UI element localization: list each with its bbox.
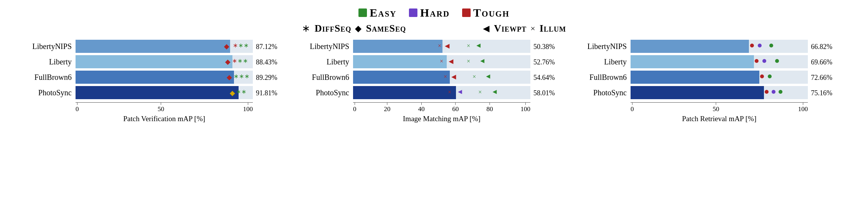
chart1-marker-star1-2: ∗ — [234, 73, 239, 79]
chart3-bars: LibertyNIPS 66.82% Liberty — [584, 40, 839, 101]
chart1-marker-star2-0: ∗ — [238, 42, 243, 49]
chart1-row-2: FullBrown6 ◆ ∗ ∗ ∗ 89.29% — [29, 71, 284, 84]
chart1-marker-diamond-3: ◆ — [230, 90, 235, 96]
chart2-fill-3 — [353, 86, 456, 99]
chart2-tick-60: 60 — [452, 103, 459, 113]
chart3-fill-1 — [631, 55, 754, 68]
chart2-value-0: 50.38% — [533, 43, 555, 51]
chart2-m3-1: × — [467, 58, 470, 64]
chart1-marker-star3-1: ∗ — [243, 58, 248, 64]
chart2-bar-1: × ◀ × ◀ 52.76% — [353, 55, 530, 68]
chart3-axis-label: Patch Retrieval mAP [%] — [631, 115, 808, 123]
chart1-fill-3 — [76, 86, 239, 99]
chart2-value-2: 54.64% — [533, 74, 555, 82]
chart2-tick-40: 40 — [418, 103, 425, 113]
chart2-bar-0: × ◀ × ◀ 50.38% — [353, 40, 530, 53]
legend-easy: Easy — [358, 6, 397, 19]
chart2-bar-3: × ◀ × ◀ 58.01% — [353, 86, 530, 99]
illum-label: Illum — [540, 23, 566, 34]
chart1-marker-star1-0: ∗ — [233, 42, 238, 49]
chart1-fill-1 — [76, 55, 232, 68]
chart1-tick-50: 50 — [158, 103, 164, 113]
chart2-m4-3: ◀ — [493, 89, 497, 95]
chart3-label-1: Liberty — [584, 57, 631, 66]
chart2-fill-2 — [353, 71, 450, 84]
chart3-dot-purple-3 — [772, 90, 775, 94]
chart1-marker-diamond-2: ◆ — [227, 74, 232, 81]
chart3-bar-2: 72.66% — [631, 71, 808, 84]
chart1-row-1: Liberty ◆ ∗ ∗ ∗ 88.43% — [29, 55, 284, 68]
chart2-value-1: 52.76% — [533, 58, 555, 66]
triangle-symbol: ◀ — [483, 24, 490, 34]
chart2-tick-100: 100 — [520, 103, 530, 113]
chart1-fill-2 — [76, 71, 234, 84]
chart2-m3-3: × — [478, 89, 482, 95]
chart1-bars: LibertyNIPS ◆ ∗ ∗ ∗ 87.12% Liberty ◆ — [29, 40, 284, 101]
chart1-bar-2: ◆ ∗ ∗ ∗ 89.29% — [76, 71, 253, 84]
chart1-marker-star2-2: ∗ — [239, 73, 244, 79]
chart1-label-2: FullBrown6 — [29, 73, 76, 82]
chart1-marker-diamond-1: ◆ — [225, 58, 230, 65]
chart1-marker-star3-2: ∗ — [244, 73, 249, 79]
chart2-tick-0: 0 — [353, 103, 357, 113]
chart1-bar-3: ◆ ∗ ∗ 91.81% — [76, 86, 253, 99]
chart2-m4-0: ◀ — [476, 43, 481, 48]
chart2-label-3: PhotoSync — [307, 88, 353, 97]
chart3-dot-green-3 — [779, 90, 782, 94]
chart-patch-verification: LibertyNIPS ◆ ∗ ∗ ∗ 87.12% Liberty ◆ — [29, 40, 284, 123]
chart1-fill-0 — [76, 40, 230, 53]
chart2-label-1: Liberty — [307, 57, 353, 66]
chart2-tick-80: 80 — [486, 103, 493, 113]
chart1-bar-1: ◆ ∗ ∗ ∗ 88.43% — [76, 55, 253, 68]
chart1-axis-label: Patch Verification mAP [%] — [76, 115, 253, 123]
chart3-value-0: 66.82% — [811, 43, 833, 51]
chart1-value-0: 87.12% — [256, 43, 278, 51]
chart3-dot-green-0 — [769, 44, 773, 47]
chart3-label-2: FullBrown6 — [584, 73, 631, 82]
chart1-row-0: LibertyNIPS ◆ ∗ ∗ ∗ 87.12% — [29, 40, 284, 53]
chart1-marker-star1-3: ∗ — [236, 89, 241, 95]
chart3-fill-2 — [631, 71, 759, 84]
chart3-fill-0 — [631, 40, 749, 53]
hard-color-dot — [409, 8, 417, 17]
chart1-value-2: 89.29% — [256, 74, 278, 82]
chart3-bar-0: 66.82% — [631, 40, 808, 53]
cross-symbol: × — [530, 24, 535, 34]
chart2-m3-2: × — [473, 74, 476, 80]
chart3-label-3: PhotoSync — [584, 88, 631, 97]
chart2-m4-1: ◀ — [480, 58, 484, 64]
chart3-row-0: LibertyNIPS 66.82% — [584, 40, 839, 53]
chart3-dot-red-0 — [750, 44, 754, 47]
chart3-fill-3 — [631, 86, 764, 99]
chart1-marker-star1-1: ∗ — [232, 58, 237, 64]
chart3-dot-purple-0 — [758, 44, 762, 47]
chart1-tick-100: 100 — [243, 103, 253, 113]
sameseq-label: SameSeq — [366, 23, 406, 34]
chart2-m1-2: × — [444, 74, 447, 80]
chart2-value-3: 58.01% — [533, 89, 555, 97]
subtitle-row: ∗ DiffSeq ◆ SameSeq ◀ Viewpt × Illum — [302, 22, 566, 34]
chart1-label-3: PhotoSync — [29, 88, 76, 97]
chart2-tick-20: 20 — [384, 103, 390, 113]
chart2-row-3: PhotoSync × ◀ × ◀ 58.01% — [307, 86, 561, 99]
chart3-dot-purple-1 — [762, 59, 766, 63]
chart1-label-1: Liberty — [29, 57, 76, 66]
chart1-row-3: PhotoSync ◆ ∗ ∗ 91.81% — [29, 86, 284, 99]
chart3-row-1: Liberty 69.66% — [584, 55, 839, 68]
chart1-marker-star3-0: ∗ — [244, 42, 249, 49]
chart3-bar-1: 69.66% — [631, 55, 808, 68]
hard-label: Hard — [420, 6, 450, 19]
chart2-bar-2: × ◀ × ◀ 54.64% — [353, 71, 530, 84]
chart3-value-2: 72.66% — [811, 74, 833, 82]
chart2-row-1: Liberty × ◀ × ◀ 52.76% — [307, 55, 561, 68]
chart3-dot-red-2 — [760, 74, 764, 78]
chart3-tick-100: 100 — [798, 103, 808, 113]
chart2-label-0: LibertyNIPS — [307, 42, 353, 51]
chart2-fill-0 — [353, 40, 442, 53]
chart2-m1-1: × — [440, 58, 443, 64]
tough-label: Tough — [473, 6, 510, 19]
easy-color-dot — [358, 8, 367, 17]
easy-label: Easy — [370, 6, 397, 19]
chart3-dot-red-1 — [755, 59, 759, 63]
chart3-value-1: 69.66% — [811, 58, 833, 66]
